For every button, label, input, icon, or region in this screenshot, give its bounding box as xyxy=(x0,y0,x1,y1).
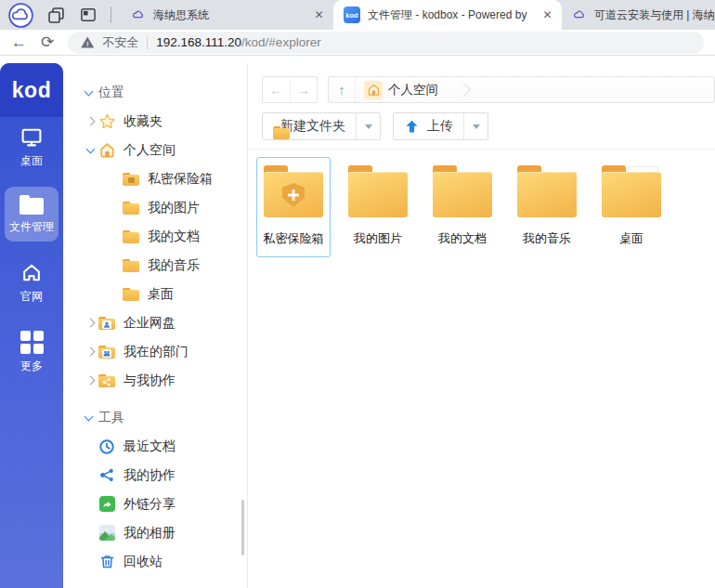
tree-item-label: 最近文档 xyxy=(124,438,176,455)
kod-logo: kod xyxy=(0,63,63,117)
not-secure-label: 不安全 xyxy=(102,34,138,51)
sidebar-item-more[interactable]: 更多 xyxy=(5,322,58,381)
divider xyxy=(147,36,148,49)
file-item-safe-box[interactable]: 私密保险箱 xyxy=(256,157,331,257)
divider xyxy=(110,7,111,23)
sidebar-item-official-site[interactable]: 官网 xyxy=(5,253,58,311)
home-icon xyxy=(20,261,44,284)
sidebar-item-label: 官网 xyxy=(20,289,43,305)
home-icon xyxy=(97,141,117,159)
close-icon[interactable]: ✕ xyxy=(311,7,327,23)
url-path: /kod/#explorer xyxy=(241,35,321,49)
file-name: 我的图片 xyxy=(354,230,402,247)
chevron-right-icon[interactable] xyxy=(84,118,97,124)
new-folder-label: 新建文件夹 xyxy=(280,118,345,135)
tree-item-label: 我在的部门 xyxy=(124,344,188,360)
back-button[interactable]: ← xyxy=(263,77,290,102)
tree-item-label: 桌面 xyxy=(148,286,174,303)
sidebar-item-desktop[interactable]: 桌面 xyxy=(5,117,58,176)
star-icon xyxy=(97,112,117,130)
external-link-icon xyxy=(97,496,117,512)
upload-button[interactable]: 上传 xyxy=(393,112,488,140)
up-button[interactable]: ↑ xyxy=(329,77,356,102)
chevron-right-icon[interactable] xyxy=(84,377,97,384)
folder-desktop-icon xyxy=(602,165,661,217)
tree-item-recycle-bin[interactable]: 回收站 xyxy=(63,547,247,576)
history-nav-group: ← → xyxy=(262,76,318,103)
tree-item-desktop[interactable]: 桌面 xyxy=(63,280,247,308)
tree-item-shared-with-me[interactable]: 与我协作 xyxy=(63,366,247,395)
tree-item-my-music[interactable]: 我的音乐 xyxy=(63,251,247,280)
kod-icon: kod xyxy=(344,7,360,23)
forward-button[interactable]: → xyxy=(290,77,317,102)
tree-section-tools[interactable]: 工具 xyxy=(63,403,247,432)
tree-item-enterprise-disk[interactable]: 企业网盘 xyxy=(63,308,247,337)
tab-title: 可道云安装与使用 | 海纳思 xyxy=(594,7,715,23)
tree-section-file-types[interactable]: 文件类型 xyxy=(63,584,247,588)
folder-icon xyxy=(348,165,408,217)
tree-item-label: 收藏夹 xyxy=(124,113,162,130)
tree-item-label: 我的文档 xyxy=(148,229,200,245)
file-item-my-pictures[interactable]: 我的图片 xyxy=(341,157,415,257)
file-name: 桌面 xyxy=(619,230,644,247)
tree-item-label: 我的协作 xyxy=(124,467,176,484)
vertical-tabs-icon[interactable] xyxy=(79,6,98,24)
back-icon[interactable]: ← xyxy=(11,34,27,50)
tree-section-location[interactable]: 位置 xyxy=(63,78,247,107)
upload-dropdown[interactable] xyxy=(463,113,488,139)
tree-item-safe-box[interactable]: 私密保险箱 xyxy=(63,164,247,193)
new-folder-dropdown[interactable] xyxy=(356,113,380,139)
file-item-my-music[interactable]: 我的音乐 xyxy=(510,157,584,257)
folder-icon xyxy=(121,230,141,243)
tree-item-my-album[interactable]: 我的相册 xyxy=(63,518,247,547)
grid-icon xyxy=(20,331,44,354)
not-secure-warning-icon[interactable] xyxy=(81,37,94,48)
tree-section-label: 位置 xyxy=(98,85,124,101)
reload-icon[interactable]: ⟳ xyxy=(41,34,54,50)
folder-icon xyxy=(433,165,492,217)
browser-tab-kodcloud-doc[interactable]: 可道云安装与使用 | 海纳思 xyxy=(562,0,715,30)
folder-icon xyxy=(121,288,141,301)
tree-item-label: 我的相册 xyxy=(124,525,176,542)
tree-item-favorites[interactable]: 收藏夹 xyxy=(63,107,247,136)
tree-item-label: 外链分享 xyxy=(124,496,176,513)
url-input[interactable]: 不安全 192.168.111.20/kod/#explorer xyxy=(68,32,704,54)
album-icon xyxy=(97,525,117,541)
cloud-icon xyxy=(131,7,146,22)
chevron-down-icon[interactable] xyxy=(84,149,97,152)
sidebar-item-file-manager[interactable]: 文件管理 xyxy=(5,187,58,242)
share-nodes-icon xyxy=(97,467,117,483)
tree-item-external-share[interactable]: 外链分享 xyxy=(63,490,247,518)
browser-address-bar: ← ⟳ 不安全 192.168.111.20/kod/#explorer xyxy=(0,30,715,56)
tree-item-my-department[interactable]: 我在的部门 xyxy=(63,337,247,366)
divider xyxy=(248,149,715,150)
breadcrumb-label: 个人空间 xyxy=(388,82,438,98)
tree-item-label: 我的音乐 xyxy=(148,257,200,274)
tree-item-my-documents[interactable]: 我的文档 xyxy=(63,222,247,251)
cloud-logo-icon[interactable] xyxy=(8,3,33,28)
chevron-down-icon[interactable] xyxy=(82,416,95,420)
sidebar-item-label: 桌面 xyxy=(20,153,43,169)
folder-icon xyxy=(121,259,141,272)
folder-icon xyxy=(121,202,141,215)
clock-icon xyxy=(97,438,117,455)
tree-item-my-pictures[interactable]: 我的图片 xyxy=(63,193,247,222)
tree-item-recent-documents[interactable]: 最近文档 xyxy=(63,432,247,461)
tree-section-label: 工具 xyxy=(98,410,124,426)
tab-stack-icon[interactable] xyxy=(46,6,66,25)
chevron-right-icon[interactable] xyxy=(84,320,97,326)
browser-tab-hns[interactable]: 海纳思系统 ✕ xyxy=(121,0,333,30)
file-item-my-documents[interactable]: 我的文档 xyxy=(425,157,500,257)
chevron-right-icon[interactable] xyxy=(84,348,97,355)
file-item-desktop[interactable]: 桌面 xyxy=(594,157,669,257)
tree-item-label: 回收站 xyxy=(124,554,162,570)
browser-tab-kodbox[interactable]: kod 文件管理 - kodbox - Powered by ✕ xyxy=(333,0,562,30)
tree-scrollbar[interactable] xyxy=(241,500,244,555)
close-icon[interactable]: ✕ xyxy=(540,7,555,23)
new-folder-button[interactable]: 新建文件夹 xyxy=(262,112,381,140)
tree-item-personal-space[interactable]: 个人空间 xyxy=(63,136,247,164)
tree-item-my-collaboration[interactable]: 我的协作 xyxy=(63,461,247,490)
breadcrumb[interactable]: 个人空间 xyxy=(356,77,469,102)
chevron-down-icon[interactable] xyxy=(82,91,95,95)
file-name: 我的文档 xyxy=(438,230,487,247)
